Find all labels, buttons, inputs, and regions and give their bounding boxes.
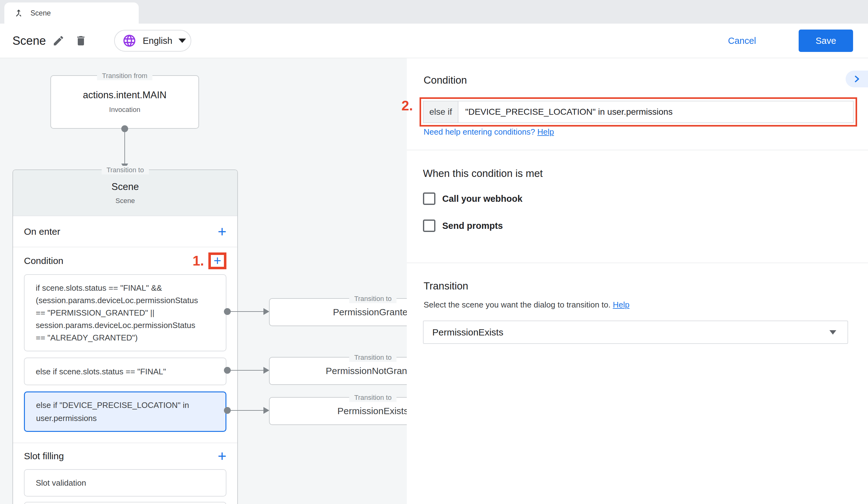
trash-icon <box>75 34 87 47</box>
transition-scene-dropdown[interactable]: PermissionExists <box>423 321 848 344</box>
page-title: Scene <box>12 34 46 48</box>
edit-scene-button[interactable] <box>50 32 67 50</box>
annotation-1: 1. <box>193 253 204 269</box>
condition-section: Condition 1. + if scene.slots.status == … <box>13 247 237 443</box>
divider <box>407 263 868 263</box>
annotation-1-highlight-box: + <box>208 252 226 269</box>
add-on-enter-button[interactable]: + <box>218 224 226 239</box>
when-met-heading: When this condition is met <box>423 168 543 179</box>
transition-from-box[interactable]: Transition from actions.intent.MAIN Invo… <box>50 75 199 129</box>
call-merge-icon <box>14 8 24 18</box>
transition-to-legend: Transition to <box>349 294 396 303</box>
on-enter-row: On enter + <box>13 216 237 247</box>
call-webhook-checkbox-row[interactable]: Call your webhook <box>423 192 523 205</box>
chevron-down-icon <box>829 330 836 335</box>
condition-label: Condition <box>24 255 193 266</box>
tab-scene[interactable]: Scene <box>4 2 139 24</box>
call-webhook-label: Call your webhook <box>442 194 523 204</box>
cancel-button[interactable]: Cancel <box>728 36 756 46</box>
target-scene-name: PermissionExists <box>338 406 409 416</box>
language-selector[interactable]: English <box>114 30 191 52</box>
add-condition-button[interactable]: + <box>214 254 221 267</box>
condition-expression-input[interactable] <box>458 101 853 123</box>
transition-from-legend: Transition from <box>97 72 152 80</box>
else-if-prefix: else if <box>424 101 458 123</box>
condition-heading: Condition <box>424 74 467 86</box>
slot-validation-item[interactable]: Slot validation <box>24 469 226 496</box>
transition-to-legend: Transition to <box>349 353 396 362</box>
tab-label: Scene <box>30 9 51 18</box>
connector-dot <box>224 367 231 374</box>
divider <box>407 150 868 150</box>
condition-detail-panel: Condition 2. else if Need help entering … <box>407 58 868 504</box>
send-prompts-checkbox-row[interactable]: Send prompts <box>423 220 503 232</box>
connector-dot <box>224 407 231 414</box>
slot-filling-section: Slot filling + Slot validation <box>13 443 237 504</box>
chevron-right-icon <box>852 74 861 84</box>
scene-card-header[interactable]: Scene Scene <box>13 170 237 216</box>
globe-icon <box>122 34 136 48</box>
save-button[interactable]: Save <box>799 30 853 52</box>
connector-line <box>231 370 264 371</box>
add-slot-button[interactable]: + <box>218 449 226 464</box>
help-text: Need help entering conditions? <box>424 127 535 136</box>
connector-line <box>231 311 264 312</box>
condition-editor-row: else if <box>423 101 854 123</box>
header-toolbar: Scene English Cancel Save <box>0 24 868 58</box>
transition-to-legend: Transition to <box>349 393 396 402</box>
pencil-icon <box>52 34 65 47</box>
condition-help-link[interactable]: Help <box>537 127 554 136</box>
intent-type: Invocation <box>51 106 198 114</box>
slot-item-partial <box>24 502 226 504</box>
connector-dot <box>224 308 231 315</box>
intent-name: actions.intent.MAIN <box>51 90 198 101</box>
collapse-panel-button[interactable] <box>846 71 868 87</box>
transition-description: Select the scene you want the dialog to … <box>424 300 629 310</box>
connector-line <box>231 410 264 411</box>
slot-filling-header: Slot filling + <box>13 443 237 469</box>
tab-strip: Scene <box>0 0 868 24</box>
arrow-right-icon <box>264 407 269 414</box>
on-enter-label: On enter <box>24 226 218 237</box>
condition-item-1[interactable]: if scene.slots.status == "FINAL" && (ses… <box>24 274 226 351</box>
transition-to-legend: Transition to <box>101 166 149 175</box>
slot-filling-label: Slot filling <box>24 451 218 461</box>
condition-item-2[interactable]: else if scene.slots.status == "FINAL" <box>24 358 226 385</box>
checkbox-unchecked-icon[interactable] <box>423 192 435 205</box>
send-prompts-label: Send prompts <box>442 221 503 231</box>
target-scene-name: PermissionNotGranted <box>326 366 420 376</box>
scene-editor-window: Scene Scene English Cancel Save Tr <box>0 0 868 504</box>
chevron-down-icon <box>178 39 186 43</box>
transition-scene-value: PermissionExists <box>432 327 829 338</box>
annotation-2: 2. <box>402 98 413 114</box>
transition-description-text: Select the scene you want the dialog to … <box>424 300 610 309</box>
target-scene-name: PermissionGranted <box>333 307 413 317</box>
condition-section-header: Condition 1. + <box>13 247 237 274</box>
checkbox-unchecked-icon[interactable] <box>423 220 435 232</box>
transition-heading: Transition <box>424 280 468 292</box>
arrow-right-icon <box>264 367 269 374</box>
condition-help-line: Need help entering conditions? Help <box>424 127 554 137</box>
arrow-right-icon <box>264 308 269 315</box>
language-value: English <box>143 36 172 46</box>
transition-help-link[interactable]: Help <box>613 300 629 309</box>
scene-card: Transition to Scene Scene On enter + Con… <box>12 169 238 504</box>
annotation-2-highlight-box: else if <box>420 97 857 127</box>
scene-card-subtitle: Scene <box>13 197 237 205</box>
condition-item-3-selected[interactable]: else if "DEVICE_PRECISE_LOCATION" in use… <box>24 391 226 432</box>
delete-scene-button[interactable] <box>72 32 90 50</box>
